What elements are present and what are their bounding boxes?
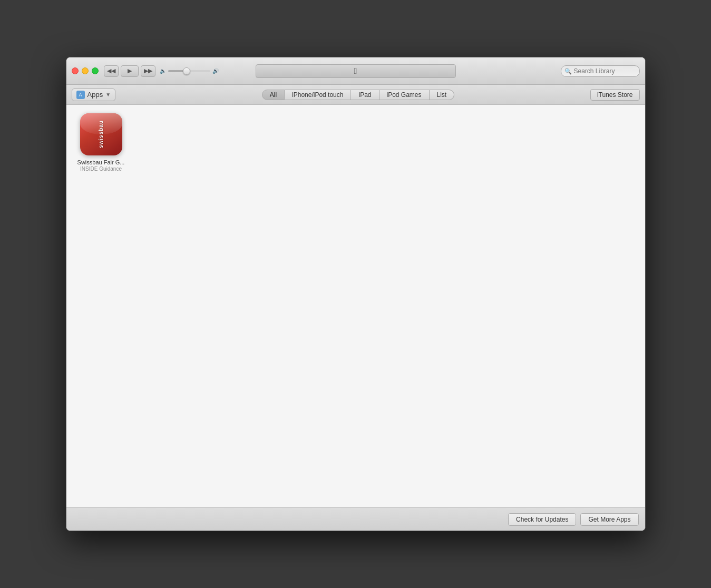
tab-iphone[interactable]: iPhone/iPod touch <box>285 90 351 100</box>
bottom-bar: Check for Updates Get More Apps <box>66 507 645 531</box>
play-button[interactable]: ▶ <box>121 65 139 77</box>
tab-list[interactable]: List <box>430 90 455 100</box>
chevron-down-icon: ▼ <box>105 92 111 97</box>
tab-all[interactable]: All <box>262 90 285 100</box>
title-pill:  <box>256 64 456 78</box>
search-icon: 🔍 <box>564 67 572 74</box>
search-bar[interactable]: 🔍 <box>561 65 640 77</box>
apps-icon: A <box>76 91 85 99</box>
search-input[interactable] <box>561 65 640 77</box>
list-item[interactable]: swissbau Swissbau Fair G... INSIDE Guida… <box>75 113 128 172</box>
play-icon: ▶ <box>128 67 132 74</box>
slider-track[interactable] <box>168 70 210 72</box>
app-icon: swissbau <box>80 113 122 155</box>
itunes-store-button[interactable]: iTunes Store <box>590 89 640 101</box>
tab-ipod-games[interactable]: iPod Games <box>379 90 430 100</box>
itunes-window: ◀◀ ▶ ▶▶ 🔈 🔊  🔍 A <box>66 57 646 531</box>
apple-logo-icon:  <box>354 66 357 76</box>
title-center:  <box>256 64 456 78</box>
maximize-button[interactable] <box>92 67 99 74</box>
toolbar: A Apps ▼ All iPhone/iPod touch iPad iPod… <box>66 85 645 105</box>
volume-low-icon: 🔈 <box>160 68 166 74</box>
apps-label: Apps <box>87 91 103 99</box>
playback-controls: ◀◀ ▶ ▶▶ <box>104 65 155 77</box>
filter-tabs: All iPhone/iPod touch iPad iPod Games Li… <box>126 90 590 100</box>
volume-high-icon: 🔊 <box>212 68 219 74</box>
icon-shine <box>80 113 122 134</box>
check-updates-button[interactable]: Check for Updates <box>508 513 576 526</box>
volume-slider[interactable]: 🔈 🔊 <box>160 68 219 74</box>
content-area: swissbau Swissbau Fair G... INSIDE Guida… <box>66 105 645 507</box>
tab-ipad[interactable]: iPad <box>351 90 379 100</box>
minimize-button[interactable] <box>82 67 89 74</box>
slider-thumb[interactable] <box>183 67 190 75</box>
app-developer: INSIDE Guidance <box>80 166 122 172</box>
forward-button[interactable]: ▶▶ <box>141 65 155 77</box>
get-more-apps-button[interactable]: Get More Apps <box>580 513 638 526</box>
back-button[interactable]: ◀◀ <box>104 65 119 77</box>
title-bar: ◀◀ ▶ ▶▶ 🔈 🔊  🔍 <box>66 57 645 85</box>
apps-dropdown[interactable]: A Apps ▼ <box>72 89 116 101</box>
back-icon: ◀◀ <box>107 67 115 74</box>
forward-icon: ▶▶ <box>144 67 152 74</box>
close-button[interactable] <box>72 67 79 74</box>
app-name: Swissbau Fair G... <box>77 159 125 166</box>
traffic-lights <box>72 67 99 74</box>
